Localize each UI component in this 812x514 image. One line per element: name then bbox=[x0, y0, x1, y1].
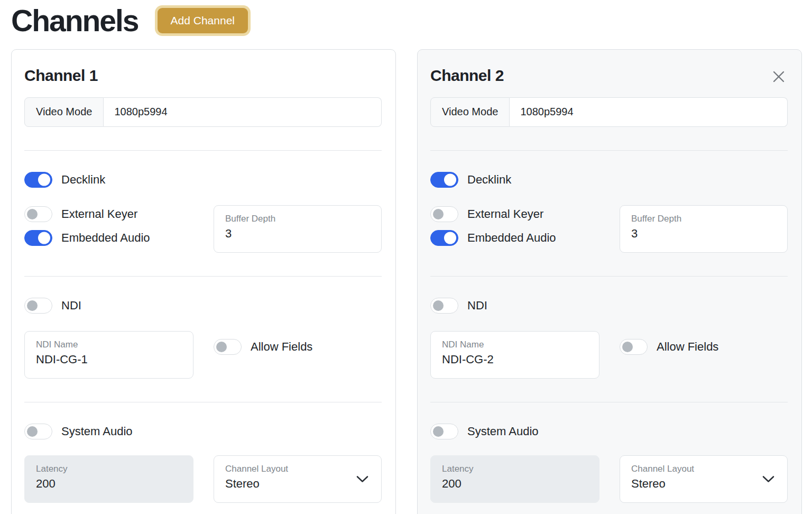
divider bbox=[430, 150, 788, 151]
ndi-toggle[interactable] bbox=[24, 298, 52, 314]
video-mode-group: Video Mode bbox=[430, 97, 788, 127]
channel-layout-value: Stereo bbox=[225, 477, 370, 491]
external-keyer-toggle[interactable] bbox=[430, 206, 458, 222]
buffer-depth-field: Buffer Depth bbox=[214, 205, 382, 253]
ndi-label: NDI bbox=[467, 299, 487, 313]
embedded-audio-label: Embedded Audio bbox=[61, 231, 150, 245]
page-header: Channels Add Channel bbox=[11, 4, 812, 38]
latency-label: Latency bbox=[442, 464, 588, 474]
allow-fields-toggle[interactable] bbox=[620, 339, 648, 355]
latency-field: Latency bbox=[24, 455, 193, 503]
buffer-depth-input[interactable] bbox=[225, 227, 370, 241]
allow-fields-label: Allow Fields bbox=[657, 340, 718, 354]
latency-input bbox=[36, 477, 182, 491]
buffer-depth-input[interactable] bbox=[631, 227, 776, 241]
channels-page: Channels Add Channel Channel 1 Video Mod… bbox=[0, 0, 812, 514]
ndi-name-field: NDI Name bbox=[24, 331, 193, 379]
close-icon bbox=[771, 78, 787, 86]
video-mode-input[interactable] bbox=[104, 97, 382, 127]
decklink-toggle[interactable] bbox=[430, 172, 458, 188]
video-mode-label: Video Mode bbox=[430, 97, 510, 127]
channel-card-2: Channel 2 Video Mode Decklink bbox=[417, 49, 802, 514]
channel-layout-select[interactable]: Channel Layout Stereo bbox=[620, 455, 788, 503]
divider bbox=[430, 276, 788, 277]
video-mode-group: Video Mode bbox=[24, 97, 382, 127]
add-channel-button[interactable]: Add Channel bbox=[158, 8, 248, 33]
external-keyer-label: External Keyer bbox=[61, 207, 137, 221]
ndi-name-input[interactable] bbox=[442, 353, 588, 366]
allow-fields-label: Allow Fields bbox=[251, 340, 312, 354]
buffer-depth-label: Buffer Depth bbox=[631, 214, 776, 224]
channel-layout-select[interactable]: Channel Layout Stereo bbox=[214, 455, 382, 503]
embedded-audio-toggle[interactable] bbox=[430, 230, 458, 246]
latency-label: Latency bbox=[36, 464, 182, 474]
ndi-name-label: NDI Name bbox=[442, 339, 588, 350]
buffer-depth-label: Buffer Depth bbox=[225, 214, 370, 224]
embedded-audio-label: Embedded Audio bbox=[467, 231, 556, 245]
channel-layout-label: Channel Layout bbox=[631, 464, 776, 474]
video-mode-label: Video Mode bbox=[24, 97, 104, 127]
chevron-down-icon bbox=[356, 475, 368, 483]
divider bbox=[24, 402, 382, 402]
video-mode-input[interactable] bbox=[510, 97, 788, 127]
channel-layout-value: Stereo bbox=[631, 477, 776, 491]
buffer-depth-field: Buffer Depth bbox=[620, 205, 788, 253]
external-keyer-label: External Keyer bbox=[467, 207, 543, 221]
decklink-label: Decklink bbox=[61, 173, 105, 187]
system-audio-toggle[interactable] bbox=[430, 424, 458, 439]
ndi-label: NDI bbox=[61, 299, 81, 313]
ndi-name-field: NDI Name bbox=[430, 331, 599, 379]
system-audio-label: System Audio bbox=[61, 425, 133, 438]
channel-title: Channel 1 bbox=[24, 67, 98, 85]
allow-fields-toggle[interactable] bbox=[214, 339, 242, 355]
latency-field: Latency bbox=[430, 455, 599, 503]
external-keyer-toggle[interactable] bbox=[24, 206, 52, 222]
page-title: Channels bbox=[11, 4, 139, 38]
latency-input bbox=[442, 477, 588, 491]
divider bbox=[24, 276, 382, 277]
channel-cards-row: Channel 1 Video Mode Decklink External K… bbox=[11, 49, 812, 514]
decklink-label: Decklink bbox=[467, 173, 511, 187]
channel-layout-label: Channel Layout bbox=[225, 464, 370, 474]
chevron-down-icon bbox=[762, 475, 774, 483]
system-audio-toggle[interactable] bbox=[24, 424, 52, 439]
channel-card-1: Channel 1 Video Mode Decklink External K… bbox=[11, 49, 396, 514]
system-audio-label: System Audio bbox=[467, 425, 539, 438]
ndi-name-input[interactable] bbox=[36, 353, 182, 366]
divider bbox=[24, 150, 382, 151]
ndi-name-label: NDI Name bbox=[36, 339, 182, 350]
embedded-audio-toggle[interactable] bbox=[24, 230, 52, 246]
ndi-toggle[interactable] bbox=[430, 298, 458, 314]
decklink-toggle[interactable] bbox=[24, 172, 52, 188]
close-channel-button[interactable] bbox=[771, 67, 788, 85]
divider bbox=[430, 402, 788, 402]
channel-title: Channel 2 bbox=[430, 67, 504, 85]
